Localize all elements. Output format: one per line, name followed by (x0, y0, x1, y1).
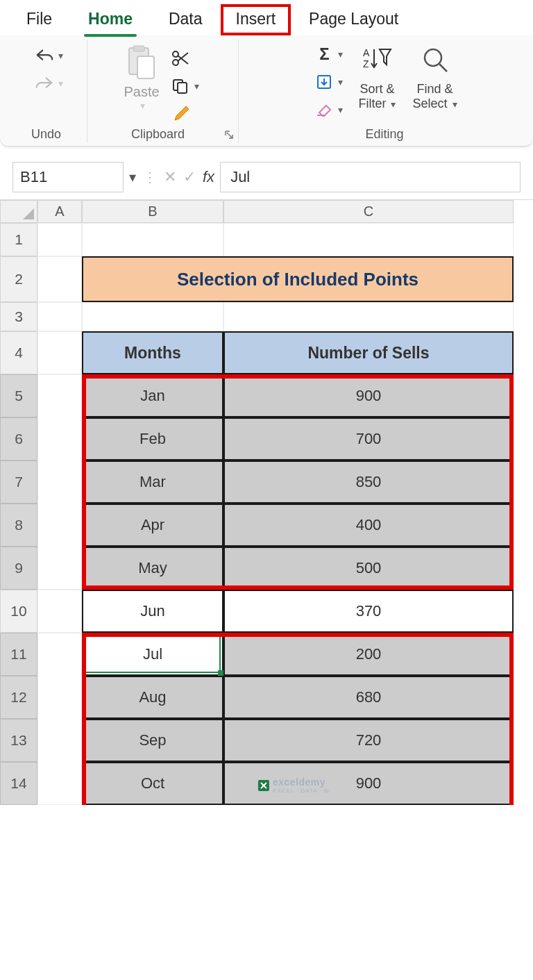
row-header[interactable]: 4 (0, 331, 37, 374)
col-header-c[interactable]: C (223, 200, 514, 223)
select-all-corner[interactable] (0, 200, 37, 223)
cell[interactable] (37, 590, 82, 633)
paste-icon (126, 44, 158, 83)
chevron-down-icon[interactable]: ▾ (129, 169, 136, 185)
row-header[interactable]: 6 (0, 417, 37, 460)
table-cell[interactable]: 370 (223, 590, 514, 633)
row-header[interactable]: 8 (0, 504, 37, 547)
svg-point-10 (425, 49, 441, 66)
find-select-button[interactable]: Find & Select ▾ (407, 44, 462, 112)
row-header[interactable]: 9 (0, 547, 37, 590)
col-header-b[interactable]: B (82, 200, 223, 223)
fx-icon[interactable]: fx (203, 168, 214, 186)
cell[interactable] (82, 302, 223, 331)
row-header[interactable]: 12 (0, 676, 37, 719)
chevron-down-icon: ▾ (391, 99, 396, 110)
undo-button[interactable]: ▾ (31, 45, 67, 66)
tab-data[interactable]: Data (151, 4, 221, 35)
table-cell[interactable]: May (82, 547, 223, 590)
chevron-down-icon: ▾ (338, 49, 343, 60)
row-header[interactable]: 13 (0, 719, 37, 762)
row-header[interactable]: 5 (0, 374, 37, 417)
table-cell[interactable]: Sep (82, 719, 223, 762)
table-cell[interactable]: Aug (82, 676, 223, 719)
group-label-editing: Editing (243, 127, 526, 142)
row-header[interactable]: 1 (0, 223, 37, 256)
autosum-button[interactable]: Σ▾ (310, 44, 347, 65)
format-painter-button[interactable] (167, 103, 203, 124)
table-cell[interactable]: Jan (82, 374, 223, 417)
ribbon-group-undo: ▾ ▾ Undo (6, 40, 87, 143)
row-header[interactable]: 3 (0, 302, 37, 331)
table-cell[interactable]: Mar (82, 460, 223, 504)
selection-range-1: Jan 900 Feb 700 Mar 850 Apr 400 May 500 (82, 374, 514, 590)
ribbon: ▾ ▾ Undo Paste ▾ (0, 35, 533, 147)
table-cell[interactable]: 850 (223, 460, 514, 504)
search-icon (421, 45, 450, 78)
chevron-down-icon: ▾ (338, 104, 343, 115)
col-header-a[interactable]: A (37, 200, 82, 223)
cut-button[interactable] (167, 48, 203, 69)
row-header[interactable]: 11 (0, 633, 37, 676)
row-header[interactable]: 10 (0, 590, 37, 633)
cell[interactable] (37, 302, 82, 331)
enter-formula-icon[interactable]: ✓ (183, 168, 196, 186)
table-cell[interactable]: Oct (82, 762, 223, 805)
chevron-down-icon: ▾ (194, 81, 199, 92)
table-cell[interactable]: Apr (82, 504, 223, 547)
redo-button[interactable]: ▾ (31, 73, 67, 94)
table-cell[interactable]: 400 (223, 504, 514, 547)
clear-button[interactable]: ▾ (310, 99, 347, 120)
tab-insert[interactable]: Insert (221, 4, 291, 35)
sort-filter-icon: AZ (362, 45, 392, 78)
sigma-icon: Σ (314, 45, 334, 63)
cell[interactable] (82, 223, 223, 256)
cancel-formula-icon[interactable]: ✕ (164, 168, 176, 186)
formula-bar: B11 ▾ ⋮ ✕ ✓ fx Jul (0, 162, 533, 200)
group-label-undo: Undo (10, 127, 83, 142)
chevron-down-icon: ▾ (338, 76, 343, 88)
cell[interactable] (37, 256, 82, 302)
tab-page-layout[interactable]: Page Layout (291, 4, 416, 35)
row-header[interactable]: 2 (0, 256, 37, 302)
dialog-launcher-icon[interactable] (224, 130, 234, 142)
table-cell[interactable]: 900 (223, 762, 514, 805)
table-cell[interactable]: Jun (82, 590, 223, 633)
table-header-months[interactable]: Months (82, 331, 223, 374)
cell[interactable] (37, 374, 82, 590)
table-cell[interactable]: 500 (223, 547, 514, 590)
table-cell[interactable]: 700 (223, 417, 514, 460)
formula-input[interactable]: Jul (220, 162, 521, 192)
chevron-down-icon: ▾ (58, 78, 63, 89)
eraser-icon (314, 101, 334, 119)
table-cell[interactable]: 720 (223, 719, 514, 762)
scissors-icon (171, 49, 190, 67)
svg-text:A: A (363, 47, 370, 58)
ribbon-tabs: File Home Data Insert Page Layout (0, 0, 533, 35)
table-header-sells[interactable]: Number of Sells (223, 331, 514, 374)
svg-rect-1 (133, 46, 144, 51)
sort-filter-button[interactable]: AZ Sort & Filter ▾ (353, 44, 401, 112)
tab-file[interactable]: File (8, 4, 70, 35)
table-cell[interactable]: 900 (223, 374, 514, 417)
table-cell[interactable]: Feb (82, 417, 223, 460)
fill-button[interactable]: ▾ (310, 72, 347, 92)
row-header[interactable]: 14 (0, 762, 37, 805)
cell[interactable] (37, 633, 82, 805)
cell[interactable] (223, 302, 514, 331)
title-cell[interactable]: Selection of Included Points (82, 256, 514, 302)
cell[interactable] (223, 223, 514, 256)
tab-home[interactable]: Home (70, 4, 151, 35)
copy-button[interactable]: ▾ (167, 76, 203, 97)
cell[interactable] (37, 223, 82, 256)
spreadsheet-grid[interactable]: A B C 1 2 Selection of Included Points 3… (0, 200, 533, 805)
row-header[interactable]: 7 (0, 460, 37, 504)
table-cell[interactable]: 200 (223, 633, 514, 676)
name-box[interactable]: B11 (12, 162, 124, 192)
paste-button[interactable]: Paste ▾ (122, 44, 161, 111)
fill-down-icon (314, 73, 334, 91)
cell[interactable] (37, 331, 82, 374)
active-cell[interactable]: Jul (82, 633, 223, 676)
table-cell[interactable]: 680 (223, 676, 514, 719)
ribbon-group-clipboard: Paste ▾ ▾ (87, 40, 239, 143)
